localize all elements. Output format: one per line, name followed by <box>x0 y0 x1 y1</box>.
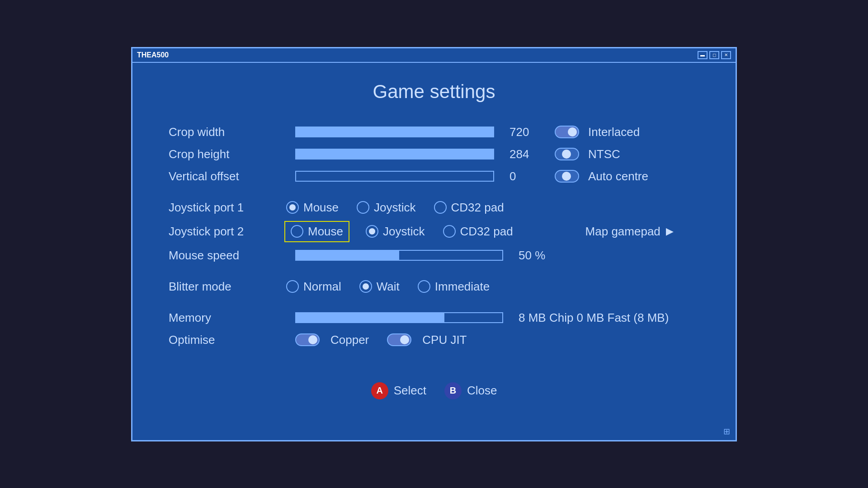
ntsc-group: NTSC <box>555 147 699 161</box>
map-gamepad-button[interactable]: Map gamepad ▶ <box>585 225 674 239</box>
optimise-label: Optimise <box>169 333 286 347</box>
titlebar-buttons: ▬ ◻ ✕ <box>698 51 731 59</box>
vertical-offset-label: Vertical offset <box>169 169 286 183</box>
interlaced-toggle[interactable] <box>555 126 579 138</box>
memory-slider[interactable] <box>295 312 503 323</box>
a-button[interactable]: A <box>371 382 388 399</box>
window-title: THEA500 <box>137 51 169 59</box>
blitter-immediate[interactable]: Immediate <box>418 280 490 294</box>
crop-height-label: Crop height <box>169 147 286 161</box>
content-area: Game settings Crop width 720 Interlaced … <box>132 63 736 440</box>
auto-centre-toggle[interactable] <box>555 170 579 183</box>
close-button[interactable]: ✕ <box>721 51 731 59</box>
blitter-mode-options: Normal Wait Immediate <box>286 280 490 294</box>
joystick-port1-joystick-label: Joystick <box>374 201 415 215</box>
joystick-port1-cd32pad[interactable]: CD32 pad <box>434 201 504 215</box>
corner-icon: ⊞ <box>723 427 730 436</box>
blitter-normal-label: Normal <box>303 280 341 294</box>
cpu-jit-item: CPU JIT <box>387 333 467 347</box>
joystick-port2-cd32pad[interactable]: CD32 pad <box>443 225 513 239</box>
joystick-port2-label: Joystick port 2 <box>169 225 286 239</box>
joystick-port2-joystick-label: Joystick <box>383 225 425 239</box>
joystick-port2-joystick[interactable]: Joystick <box>366 225 425 239</box>
joystick-port1-joystick[interactable]: Joystick <box>357 201 415 215</box>
map-gamepad-arrow: ▶ <box>666 225 674 237</box>
vertical-offset-row: Vertical offset 0 Auto centre <box>169 169 699 183</box>
optimise-toggles: Copper CPU JIT <box>295 333 699 347</box>
crop-width-label: Crop width <box>169 125 286 139</box>
joystick-port2-mouse[interactable]: Mouse <box>286 223 348 240</box>
auto-centre-label: Auto centre <box>588 169 648 183</box>
mouse-speed-value: 50 % <box>519 249 555 263</box>
blitter-normal[interactable]: Normal <box>286 280 341 294</box>
crop-width-row: Crop width 720 Interlaced <box>169 125 699 139</box>
ntsc-toggle[interactable] <box>555 148 579 160</box>
vertical-offset-slider[interactable] <box>295 171 494 182</box>
footer-bar: A Select B Close <box>169 373 699 413</box>
interlaced-group: Interlaced <box>555 125 699 139</box>
optimise-row: Optimise Copper CPU JIT <box>169 333 699 347</box>
mouse-speed-row: Mouse speed 50 % <box>169 249 699 263</box>
blitter-wait-radio[interactable] <box>359 280 372 293</box>
cpu-jit-label: CPU JIT <box>422 333 467 347</box>
joystick-port2-options: Mouse Joystick CD32 pad Map gamepad ▶ <box>286 223 674 240</box>
joystick-port2-mouse-label: Mouse <box>308 225 343 239</box>
main-window: THEA500 ▬ ◻ ✕ Game settings Crop width 7… <box>131 47 737 441</box>
joystick-port1-cd32pad-label: CD32 pad <box>451 201 504 215</box>
joystick-port1-options: Mouse Joystick CD32 pad <box>286 201 504 215</box>
minimize-button[interactable]: ▬ <box>698 51 708 59</box>
joystick-port2-cd32pad-label: CD32 pad <box>460 225 513 239</box>
joystick-port2-joystick-radio[interactable] <box>366 225 378 238</box>
a-button-text: Select <box>394 384 426 398</box>
interlaced-label: Interlaced <box>588 125 640 139</box>
crop-height-slider[interactable] <box>295 149 494 160</box>
a-button-item: A Select <box>371 382 426 399</box>
b-button-text: Close <box>467 384 497 398</box>
crop-height-value: 284 <box>509 147 546 161</box>
joystick-port2-row: Joystick port 2 Mouse Joystick CD32 pad … <box>169 223 699 240</box>
joystick-port1-mouse-label: Mouse <box>303 201 339 215</box>
joystick-port1-row: Joystick port 1 Mouse Joystick CD32 pad <box>169 201 699 215</box>
page-title: Game settings <box>169 81 699 103</box>
b-button-item: B Close <box>444 382 497 399</box>
joystick-port1-mouse[interactable]: Mouse <box>286 201 339 215</box>
ntsc-label: NTSC <box>588 147 620 161</box>
blitter-normal-radio[interactable] <box>286 280 299 293</box>
titlebar: THEA500 ▬ ◻ ✕ <box>132 48 736 63</box>
blitter-immediate-label: Immediate <box>435 280 490 294</box>
blitter-mode-label: Blitter mode <box>169 280 286 294</box>
vertical-offset-value: 0 <box>509 169 546 183</box>
joystick-port2-cd32pad-radio[interactable] <box>443 225 456 238</box>
mouse-speed-label: Mouse speed <box>169 249 286 263</box>
cpu-jit-toggle[interactable] <box>387 333 411 346</box>
copper-toggle[interactable] <box>295 333 320 346</box>
restore-button[interactable]: ◻ <box>709 51 719 59</box>
joystick-port2-mouse-radio[interactable] <box>291 225 303 238</box>
blitter-immediate-radio[interactable] <box>418 280 430 293</box>
map-gamepad-label: Map gamepad <box>585 225 660 239</box>
mouse-speed-slider[interactable] <box>295 250 503 261</box>
joystick-port1-cd32pad-radio[interactable] <box>434 201 447 214</box>
copper-item: Copper <box>295 333 369 347</box>
memory-label: Memory <box>169 311 286 325</box>
joystick-port1-mouse-radio[interactable] <box>286 201 299 214</box>
auto-centre-group: Auto centre <box>555 169 699 183</box>
memory-value: 8 MB Chip 0 MB Fast (8 MB) <box>519 311 669 325</box>
crop-height-row: Crop height 284 NTSC <box>169 147 699 161</box>
joystick-port1-label: Joystick port 1 <box>169 201 286 215</box>
crop-width-value: 720 <box>509 125 546 139</box>
blitter-wait[interactable]: Wait <box>359 280 400 294</box>
b-button[interactable]: B <box>444 382 462 399</box>
joystick-port1-joystick-radio[interactable] <box>357 201 369 214</box>
blitter-wait-label: Wait <box>377 280 400 294</box>
memory-row: Memory 8 MB Chip 0 MB Fast (8 MB) <box>169 311 699 325</box>
crop-width-slider[interactable] <box>295 127 494 137</box>
blitter-mode-row: Blitter mode Normal Wait Immediate <box>169 280 699 294</box>
copper-label: Copper <box>330 333 369 347</box>
